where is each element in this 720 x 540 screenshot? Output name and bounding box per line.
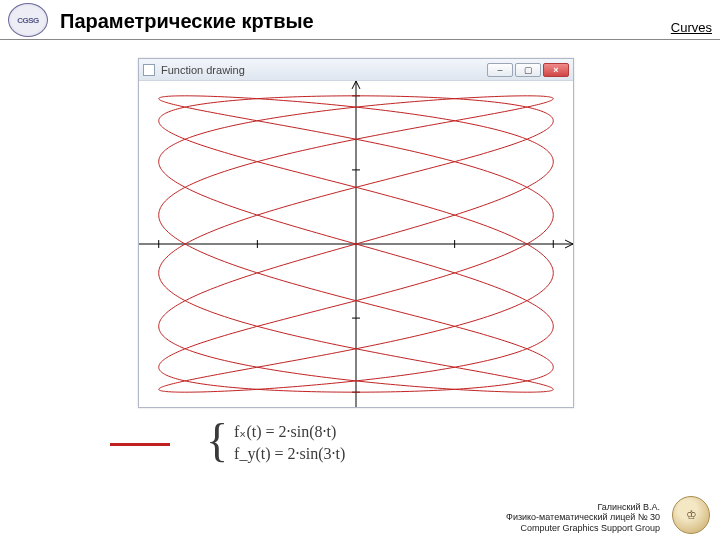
slide-footer: Галинский В.А. Физико-математический лиц… xyxy=(506,502,660,534)
slide-title: Параметрические кртвые xyxy=(60,10,663,37)
footer-school: Физико-математический лицей № 30 xyxy=(506,512,660,523)
footer-group: Computer Graphics Support Group xyxy=(506,523,660,534)
maximize-button[interactable]: ▢ xyxy=(515,63,541,77)
equation-fx: fₓ(t) = 2·sin(8·t) xyxy=(234,421,345,443)
minimize-button[interactable]: – xyxy=(487,63,513,77)
function-drawing-window: Function drawing – ▢ × xyxy=(138,58,574,408)
window-titlebar[interactable]: Function drawing – ▢ × xyxy=(139,59,573,81)
footer-badge-icon: ♔ xyxy=(672,496,710,534)
equation-fy: f_y(t) = 2·sin(3·t) xyxy=(234,443,345,465)
parametric-equations: { fₓ(t) = 2·sin(8·t) f_y(t) = 2·sin(3·t) xyxy=(206,420,345,466)
footer-author: Галинский В.А. xyxy=(506,502,660,513)
plot-canvas xyxy=(139,81,573,407)
bullet-underline xyxy=(110,443,170,446)
close-button[interactable]: × xyxy=(543,63,569,77)
window-app-icon xyxy=(143,64,155,76)
slide-header: CGSG Параметрические кртвые Curves xyxy=(0,0,720,40)
section-label: Curves xyxy=(671,20,712,37)
brace-icon: { xyxy=(206,418,228,464)
window-title: Function drawing xyxy=(161,64,485,76)
cgsg-logo: CGSG xyxy=(8,3,48,37)
